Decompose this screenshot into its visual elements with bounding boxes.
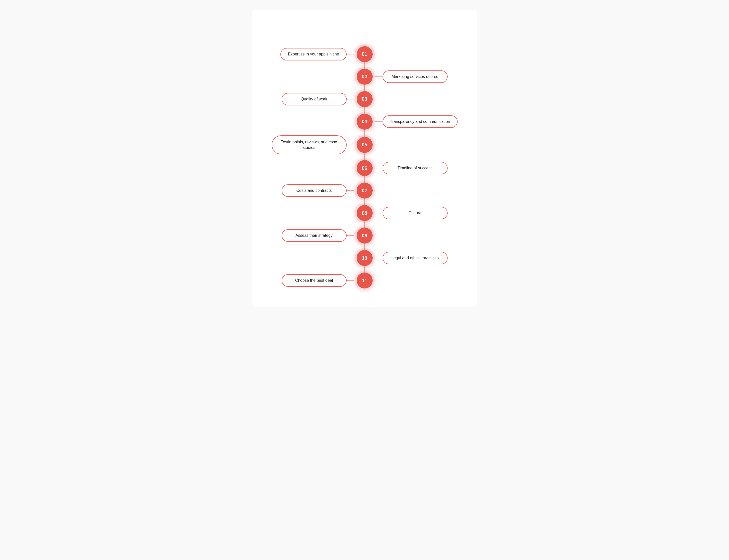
left-content-09: Assess their strategy xyxy=(267,229,354,242)
item-row-08: 08 Culture xyxy=(267,204,462,222)
left-content-07: Costs and contracts xyxy=(267,184,354,197)
pill-04: Transparency and communication xyxy=(383,115,458,128)
circle-01: 01 xyxy=(356,46,373,62)
center-11: 11 xyxy=(354,273,375,288)
connector-01 xyxy=(346,54,354,54)
item-row-07: Costs and contracts 07 xyxy=(267,182,462,199)
item-row-04: 04 Transparency and communication xyxy=(267,113,462,130)
center-08: 08 xyxy=(354,205,375,221)
pill-10: Legal and ethical practices xyxy=(383,252,448,264)
connector-03 xyxy=(346,99,354,99)
circle-10: 10 xyxy=(356,250,373,266)
connector-09 xyxy=(346,235,354,236)
connector-04 xyxy=(375,121,383,122)
right-content-02: Marketing services offered xyxy=(375,70,462,83)
center-10: 10 xyxy=(354,250,375,266)
pill-01: Expertise in your app's niche xyxy=(280,48,346,60)
center-05: 05 xyxy=(354,137,375,153)
pill-03: Quality of work xyxy=(282,93,346,105)
connector-05 xyxy=(346,145,354,145)
pill-09: Assess their strategy xyxy=(282,229,346,242)
connector-08 xyxy=(375,213,383,213)
right-content-10: Legal and ethical practices xyxy=(375,252,462,264)
item-row-10: 10 Legal and ethical practices xyxy=(267,249,462,267)
left-content-01: Expertise in your app's niche xyxy=(267,48,354,60)
pill-07: Costs and contracts xyxy=(282,184,346,197)
left-content-11: Choose the best deal xyxy=(267,274,354,287)
right-content-06: Timeline of success xyxy=(375,162,462,174)
main-container: Expertise in your app's niche 01 02 M xyxy=(252,10,477,307)
circle-11: 11 xyxy=(356,273,373,288)
right-content-04: Transparency and communication xyxy=(375,115,462,128)
center-01: 01 xyxy=(354,46,375,62)
center-09: 09 xyxy=(354,228,375,244)
center-03: 03 xyxy=(354,91,375,107)
item-row-02: 02 Marketing services offered xyxy=(267,68,462,85)
item-row-09: Assess their strategy 09 xyxy=(267,227,462,244)
left-content-03: Quality of work xyxy=(267,93,354,105)
left-content-05: Testimonials, reviews, and case studies xyxy=(267,135,354,155)
pill-11: Choose the best deal xyxy=(282,274,346,287)
page-title xyxy=(267,22,462,33)
circle-03: 03 xyxy=(356,91,373,107)
connector-10 xyxy=(375,258,383,258)
item-row-05: Testimonials, reviews, and case studies … xyxy=(267,135,462,155)
pill-06: Timeline of success xyxy=(383,162,448,174)
pill-08: Culture xyxy=(383,207,448,219)
center-07: 07 xyxy=(354,183,375,199)
circle-04: 04 xyxy=(356,114,373,130)
circle-05: 05 xyxy=(356,137,373,153)
circle-07: 07 xyxy=(356,183,373,199)
connector-06 xyxy=(375,168,383,168)
item-row-06: 06 Timeline of success xyxy=(267,159,462,177)
item-row-01: Expertise in your app's niche 01 xyxy=(267,45,462,63)
circle-06: 06 xyxy=(356,160,373,176)
connector-02 xyxy=(375,76,383,77)
right-content-08: Culture xyxy=(375,207,462,219)
pill-02: Marketing services offered xyxy=(383,70,448,83)
connector-11 xyxy=(346,280,354,281)
item-row-03: Quality of work 03 xyxy=(267,90,462,108)
circle-08: 08 xyxy=(356,205,373,221)
circle-02: 02 xyxy=(356,69,373,85)
pill-05: Testimonials, reviews, and case studies xyxy=(272,135,346,155)
center-04: 04 xyxy=(354,114,375,130)
diagram: Expertise in your app's niche 01 02 M xyxy=(267,45,462,289)
connector-07 xyxy=(346,190,354,191)
circle-09: 09 xyxy=(356,228,373,244)
center-06: 06 xyxy=(354,160,375,176)
center-02: 02 xyxy=(354,69,375,85)
item-row-11: Choose the best deal 11 xyxy=(267,272,462,289)
